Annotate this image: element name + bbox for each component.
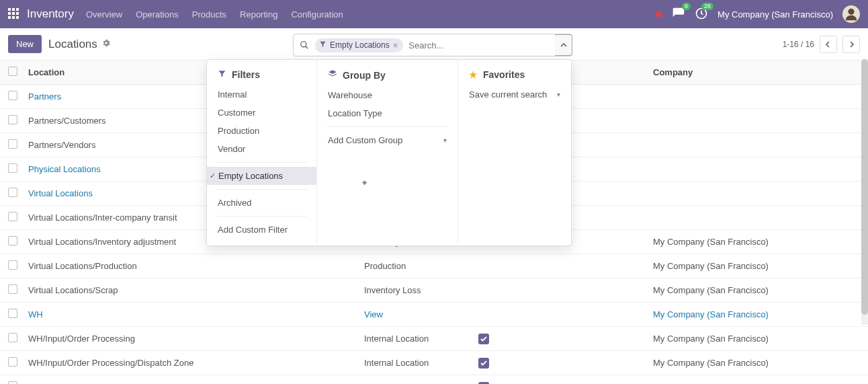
filter-internal[interactable]: Internal xyxy=(207,85,316,104)
cell-location[interactable]: WH/Input/Order Processing xyxy=(23,327,359,351)
pager-prev[interactable] xyxy=(820,36,837,53)
cell-location[interactable]: WH/Input/Order Processing/Dispatch Zone xyxy=(23,351,359,375)
cell-category xyxy=(473,375,648,385)
cell-category xyxy=(473,254,648,278)
row-checkbox[interactable] xyxy=(8,212,17,221)
cell-type: Production xyxy=(359,254,473,278)
scrollbar-thumb[interactable] xyxy=(861,59,868,315)
cell-company: My Company (San Francisco) xyxy=(648,351,868,375)
checkbox-on-icon[interactable] xyxy=(478,334,489,344)
cell-company xyxy=(648,157,868,182)
checkbox-on-icon[interactable] xyxy=(478,382,489,385)
row-checkbox[interactable] xyxy=(8,309,17,318)
cell-type: Internal Location xyxy=(359,327,473,351)
groupby-location-type[interactable]: Location Type xyxy=(317,104,458,122)
cell-type: Internal Location xyxy=(359,375,473,385)
breadcrumb: Locations xyxy=(48,38,97,51)
cell-type: Internal Location xyxy=(359,351,473,375)
search-dropdown-toggle[interactable] xyxy=(555,34,572,56)
filter-vendor[interactable]: Vendor xyxy=(207,140,316,158)
row-checkbox[interactable] xyxy=(8,91,17,100)
new-button[interactable]: New xyxy=(8,35,42,53)
row-checkbox[interactable] xyxy=(8,333,17,342)
activities-badge: 26 xyxy=(701,3,713,10)
table-row[interactable]: WH/Input/Order Processing/Dispatch ZoneI… xyxy=(0,351,868,375)
avatar[interactable] xyxy=(842,5,860,23)
cell-company xyxy=(648,133,868,157)
filters-column: Filters Internal Customer Production Ven… xyxy=(207,60,317,245)
save-current-search[interactable]: Save current search ▾ xyxy=(458,85,571,104)
table-row[interactable]: WHViewMy Company (San Francisco) xyxy=(0,303,868,327)
layers-icon xyxy=(328,69,337,81)
search-bar: Empty Locations × xyxy=(293,34,572,56)
filter-production[interactable]: Production xyxy=(207,122,316,140)
filters-heading: Filters xyxy=(207,67,316,85)
app-name: Inventory xyxy=(27,7,74,21)
cell-type: Inventory Loss xyxy=(359,278,473,303)
table-row[interactable]: Virtual Locations/ScrapInventory LossMy … xyxy=(0,278,868,303)
cell-company xyxy=(648,182,868,206)
row-checkbox[interactable] xyxy=(8,357,17,367)
row-checkbox[interactable] xyxy=(8,284,17,294)
menu-overview[interactable]: Overview xyxy=(86,9,122,20)
table-row[interactable]: WH/Input/Order Processing/Dispatch Zone/… xyxy=(0,375,868,385)
row-checkbox[interactable] xyxy=(8,381,17,384)
add-custom-group[interactable]: Add Custom Group ▾ xyxy=(317,131,458,149)
funnel-icon xyxy=(218,69,226,80)
cell-company: My Company (San Francisco) xyxy=(648,230,868,254)
row-checkbox[interactable] xyxy=(8,139,17,149)
select-all-checkbox[interactable] xyxy=(8,67,17,76)
cell-location[interactable]: Virtual Locations/Production xyxy=(23,254,359,278)
main-menu: Overview Operations Products Reporting C… xyxy=(86,9,343,20)
checkbox-on-icon[interactable] xyxy=(478,358,489,369)
cell-company: My Company (San Francisco) xyxy=(648,278,868,303)
groupby-heading: Group By xyxy=(317,67,458,86)
apps-icon[interactable] xyxy=(8,8,20,20)
groupby-warehouse[interactable]: Warehouse xyxy=(317,86,458,104)
search-input[interactable] xyxy=(403,38,555,53)
cell-company: My Company (San Francisco) xyxy=(648,254,868,278)
menu-reporting[interactable]: Reporting xyxy=(240,9,277,20)
filter-chip-label: Empty Locations xyxy=(330,40,390,50)
cell-location[interactable]: WH/Input/Order Processing/Dispatch Zone/… xyxy=(23,375,359,385)
star-icon: ★ xyxy=(469,69,478,80)
activities-icon[interactable]: 26 xyxy=(695,7,708,22)
filter-archived[interactable]: Archived xyxy=(207,194,316,212)
add-custom-filter[interactable]: Add Custom Filter xyxy=(207,221,316,239)
pager: 1-16 / 16 xyxy=(783,36,860,53)
record-icon[interactable] xyxy=(656,11,662,17)
svg-point-2 xyxy=(301,42,306,47)
cell-category xyxy=(473,327,648,351)
pager-next[interactable] xyxy=(842,36,860,53)
cell-company: My Company (San Francisco) xyxy=(648,303,868,327)
menu-configuration[interactable]: Configuration xyxy=(291,9,343,20)
row-checkbox[interactable] xyxy=(8,163,17,173)
funnel-icon xyxy=(319,40,327,50)
cell-location[interactable]: WH xyxy=(23,303,359,327)
row-checkbox[interactable] xyxy=(8,260,17,270)
messages-icon[interactable]: 6 xyxy=(672,7,685,22)
cell-category xyxy=(473,303,648,327)
favorites-column: ★ Favorites Save current search ▾ xyxy=(458,60,571,245)
cell-category xyxy=(473,351,648,375)
filter-empty-locations[interactable]: Empty Locations xyxy=(207,167,316,185)
search-icon[interactable] xyxy=(294,40,315,50)
cell-location[interactable]: Virtual Locations/Scrap xyxy=(23,278,359,303)
chip-close-icon[interactable]: × xyxy=(393,40,398,50)
col-company[interactable]: Company xyxy=(648,61,868,85)
row-checkbox[interactable] xyxy=(8,188,17,197)
company-selector[interactable]: My Company (San Francisco) xyxy=(718,9,833,20)
pager-text: 1-16 / 16 xyxy=(783,40,814,49)
menu-products[interactable]: Products xyxy=(192,9,226,20)
filter-chip[interactable]: Empty Locations × xyxy=(315,38,403,52)
row-checkbox[interactable] xyxy=(8,115,17,124)
control-bar: New Locations Empty Locations × 1-16 / 1… xyxy=(0,28,868,61)
menu-operations[interactable]: Operations xyxy=(136,9,179,20)
gear-icon[interactable] xyxy=(101,38,111,50)
table-row[interactable]: Virtual Locations/ProductionProductionMy… xyxy=(0,254,868,278)
filter-customer[interactable]: Customer xyxy=(207,104,316,122)
chevron-down-icon: ▾ xyxy=(443,137,447,144)
table-row[interactable]: WH/Input/Order ProcessingInternal Locati… xyxy=(0,327,868,351)
row-checkbox[interactable] xyxy=(8,236,17,245)
search-dropdown-panel: Filters Internal Customer Production Ven… xyxy=(206,59,572,246)
